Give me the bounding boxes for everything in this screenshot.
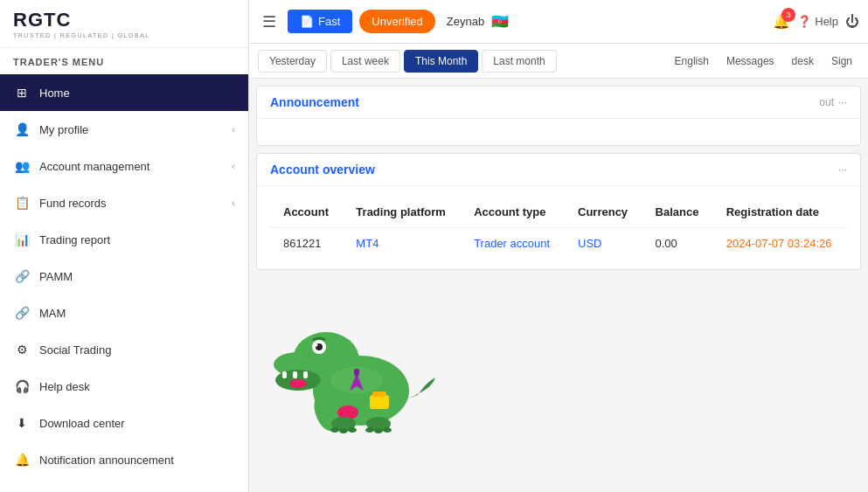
download-center-icon: ⬇ (13, 414, 31, 432)
svg-rect-14 (354, 369, 359, 376)
content-area: Announcement out ··· Account overview ··… (249, 79, 868, 492)
announcement-actions: out ··· (819, 96, 847, 108)
sidebar-item-my-profile[interactable]: 👤 My profile ‹ (0, 111, 248, 148)
main-area: ☰ 📄 Fast Unverified Zeynab 🇦🇿 🔔 3 ❓ Help… (249, 0, 868, 492)
cell-account-type: Trader account (461, 228, 565, 260)
top-header: ☰ 📄 Fast Unverified Zeynab 🇦🇿 🔔 3 ❓ Help… (249, 0, 868, 44)
social-trading-icon: ⚙ (13, 341, 31, 358)
mam-icon: 🔗 (13, 304, 31, 322)
sidebar-item-account-management-label: Account management (39, 160, 149, 173)
sidebar-item-notification-announcement[interactable]: 🔔 Notification announcement (0, 441, 248, 478)
cell-balance: 0.00 (642, 228, 713, 260)
notification-announcement-icon: 🔔 (13, 451, 31, 468)
sidebar-item-notification-announcement-label: Notification announcement (39, 454, 174, 467)
sidebar-item-download-center-label: Download center (39, 417, 125, 430)
announcement-out-label: out (819, 96, 834, 108)
svg-point-23 (365, 427, 374, 433)
sign-link[interactable]: Sign (824, 52, 859, 71)
col-account-type: Account type (461, 197, 565, 228)
profile-arrow-icon: ‹ (232, 124, 235, 135)
account-overview-table: Account Trading platform Account type Cu… (270, 197, 847, 259)
cell-registration-date: 2024-07-07 03:24:26 (713, 228, 847, 260)
announcement-card-header: Announcement out ··· (257, 87, 860, 119)
sidebar-item-trading-report[interactable]: 📊 Trading report (0, 221, 248, 258)
cell-account: 861221 (270, 228, 343, 260)
sidebar-item-social-trading-label: Social Trading (39, 343, 111, 357)
account-management-arrow-icon: ‹ (232, 161, 235, 171)
table-header-row: Account Trading platform Account type Cu… (270, 197, 847, 228)
sidebar-item-fund-records-label: Fund records (39, 197, 107, 210)
svg-rect-8 (293, 371, 297, 378)
sidebar-item-mam[interactable]: 🔗 MAM (0, 295, 248, 331)
sidebar-logo: RGTC TRUSTED | REGULATED | GLOBAL (0, 0, 248, 48)
help-button[interactable]: ❓ Help (797, 15, 838, 28)
home-icon: ⊞ (13, 84, 31, 101)
sidebar-item-help-desk-label: Help desk (39, 380, 90, 393)
svg-point-21 (339, 428, 348, 433)
col-balance: Balance (642, 197, 713, 228)
traders-menu-label: TRADER'S MENU (0, 48, 248, 74)
sidebar-item-mam-label: MAM (39, 307, 66, 320)
svg-rect-16 (372, 392, 386, 397)
fund-records-arrow-icon: ‹ (232, 197, 235, 208)
svg-rect-9 (303, 371, 308, 378)
tab-this-month[interactable]: This Month (404, 50, 478, 73)
notification-badge: 3 (781, 8, 795, 22)
account-overview-body: Account Trading platform Account type Cu… (257, 186, 860, 269)
tab-yesterday[interactable]: Yesterday (258, 50, 327, 73)
trading-report-icon: 📊 (13, 231, 31, 248)
help-icon: ❓ (797, 15, 811, 28)
fund-records-icon: 📋 (13, 194, 31, 211)
sidebar-item-home-label: Home (39, 87, 70, 100)
fast-label: Fast (318, 15, 340, 28)
svg-point-10 (289, 379, 307, 388)
sidebar-item-social-trading[interactable]: ⚙ Social Trading (0, 331, 248, 368)
col-trading-platform: Trading platform (343, 197, 461, 228)
help-label: Help (815, 15, 838, 28)
sidebar-item-fund-records[interactable]: 📋 Fund records ‹ (0, 184, 248, 221)
sidebar-item-help-desk[interactable]: 🎧 Help desk (0, 368, 248, 405)
desk-link[interactable]: desk (785, 52, 821, 71)
svg-point-20 (330, 427, 339, 433)
flag-icon: 🇦🇿 (491, 13, 509, 30)
language-selector[interactable]: English (668, 52, 716, 71)
sidebar: RGTC TRUSTED | REGULATED | GLOBAL TRADER… (0, 0, 249, 492)
announcement-card: Announcement out ··· (256, 86, 861, 146)
account-overview-dots-icon[interactable]: ··· (838, 163, 847, 176)
col-account: Account (270, 197, 343, 228)
tab-last-week[interactable]: Last week (330, 50, 400, 73)
announcement-title: Announcement (270, 95, 359, 109)
sidebar-item-download-center[interactable]: ⬇ Download center (0, 405, 248, 441)
help-desk-icon: 🎧 (13, 378, 31, 395)
sub-header: Yesterday Last week This Month Last mont… (249, 44, 868, 79)
announcement-dots-icon[interactable]: ··· (838, 96, 847, 108)
profile-icon: 👤 (13, 121, 31, 138)
svg-rect-15 (370, 395, 389, 409)
account-overview-card: Account overview ··· Account Trading pla… (256, 153, 861, 270)
col-currency: Currency (565, 197, 642, 228)
hamburger-menu-icon[interactable]: ☰ (258, 8, 281, 36)
unverified-button[interactable]: Unverified (359, 10, 435, 33)
tab-last-month[interactable]: Last month (482, 50, 556, 73)
logo-main: RGTC (13, 9, 150, 31)
logo-sub: TRUSTED | REGULATED | GLOBAL (13, 32, 150, 38)
cell-currency: USD (565, 228, 642, 260)
crocodile-mascot (256, 277, 440, 443)
svg-rect-7 (282, 371, 287, 378)
fast-button[interactable]: 📄 Fast (288, 10, 352, 33)
messages-link[interactable]: Messages (719, 52, 781, 71)
sidebar-item-pamm[interactable]: 🔗 PAMM (0, 258, 248, 295)
sidebar-item-account-management[interactable]: 👥 Account management ‹ (0, 148, 248, 184)
table-row: 861221 MT4 Trader account USD 0.00 2024-… (270, 228, 847, 260)
username-display: Zeynab (447, 15, 484, 28)
account-overview-title: Account overview (270, 163, 375, 177)
sidebar-item-home[interactable]: ⊞ Home (0, 74, 248, 111)
cell-platform: MT4 (343, 228, 461, 260)
fast-icon: 📄 (300, 15, 314, 28)
svg-point-6 (316, 344, 318, 347)
svg-point-22 (348, 427, 357, 433)
sidebar-item-pamm-label: PAMM (39, 270, 73, 283)
signout-icon[interactable]: ⏻ (845, 14, 859, 30)
mascot-section (256, 277, 861, 443)
account-overview-table-wrap: Account Trading platform Account type Cu… (270, 197, 847, 259)
